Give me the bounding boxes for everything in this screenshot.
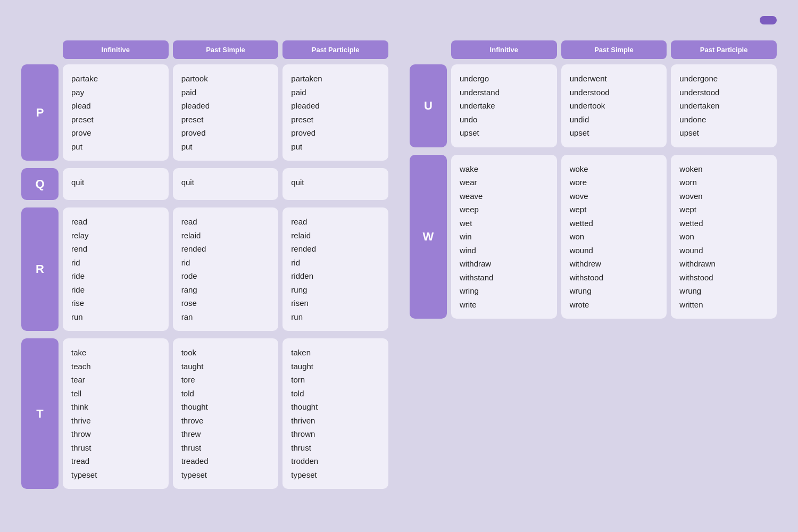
table-row: Uundergo understand undertake undo upset… — [410, 64, 777, 147]
infinitive-cell: take teach tear tell think thrive throw … — [63, 338, 169, 489]
past-simple-cell: woke wore wove wept wetted won wound wit… — [561, 155, 667, 319]
right-header-past-participle: Past Participle — [671, 40, 777, 59]
past-participle-cell: partaken paid pleaded preset proved put — [282, 64, 388, 161]
letter-cell: P — [21, 64, 59, 161]
table-row: Rread relay rend rid ride ride rise runr… — [21, 207, 388, 331]
right-header-infinitive: Infinitive — [451, 40, 557, 59]
page-header — [21, 16, 777, 24]
table-row: Qquitquitquit — [21, 168, 388, 200]
infinitive-cell: wake wear weave weep wet win wind withdr… — [451, 155, 557, 319]
letter-cell: U — [410, 64, 447, 147]
past-simple-cell: quit — [173, 168, 279, 200]
table-row: Ppartake pay plead preset prove putparto… — [21, 64, 388, 161]
past-simple-cell: took taught tore told thought throve thr… — [173, 338, 279, 489]
letter-cell: W — [410, 155, 447, 319]
left-header-past-simple: Past Simple — [173, 40, 279, 59]
left-header-infinitive: Infinitive — [63, 40, 169, 59]
past-participle-cell: undergone understood undertaken undone u… — [671, 64, 777, 147]
right-header-past-simple: Past Simple — [561, 40, 667, 59]
letter-cell: Q — [21, 168, 59, 200]
infinitive-cell: quit — [63, 168, 169, 200]
logo — [760, 16, 777, 24]
past-simple-cell: underwent understood undertook undid ups… — [561, 64, 667, 147]
infinitive-cell: undergo understand undertake undo upset — [451, 64, 557, 147]
letter-cell: T — [21, 338, 59, 489]
left-half: Infinitive Past Simple Past Participle P… — [21, 40, 388, 496]
table-row: Ttake teach tear tell think thrive throw… — [21, 338, 388, 489]
past-participle-cell: quit — [282, 168, 388, 200]
letter-cell: R — [21, 207, 59, 331]
right-half: Infinitive Past Simple Past Participle U… — [410, 40, 777, 496]
left-header-past-participle: Past Participle — [282, 40, 388, 59]
infinitive-cell: read relay rend rid ride ride rise run — [63, 207, 169, 331]
past-simple-cell: partook paid pleaded preset proved put — [173, 64, 279, 161]
main-grid: Infinitive Past Simple Past Participle P… — [21, 40, 777, 496]
table-row: Wwake wear weave weep wet win wind withd… — [410, 155, 777, 319]
past-participle-cell: woken worn woven wept wetted won wound w… — [671, 155, 777, 319]
past-participle-cell: read relaid rended rid ridden rung risen… — [282, 207, 388, 331]
right-col-headers: Infinitive Past Simple Past Participle — [410, 40, 777, 59]
past-participle-cell: taken taught torn told thought thriven t… — [282, 338, 388, 489]
left-col-headers: Infinitive Past Simple Past Participle — [21, 40, 388, 59]
past-simple-cell: read relaid rended rid rode rang rose ra… — [173, 207, 279, 331]
infinitive-cell: partake pay plead preset prove put — [63, 64, 169, 161]
